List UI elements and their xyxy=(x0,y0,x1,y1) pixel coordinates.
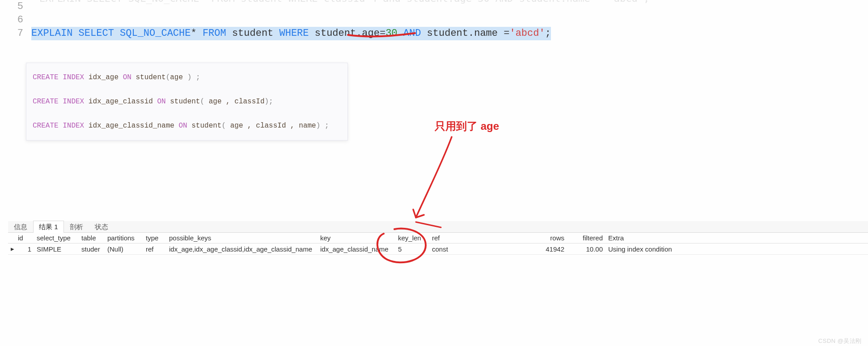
cell-extra: Using index condition xyxy=(605,243,868,255)
sql-token: student.name = xyxy=(421,28,509,39)
cell-select-type: SIMPLE xyxy=(34,243,79,255)
tab-profile[interactable]: 剖析 xyxy=(64,221,89,233)
cell-filtered: 10.00 xyxy=(567,243,605,255)
sql-token xyxy=(398,28,403,39)
code-line-5-partial: EXPLAIN SELECT SQL_NO_CACHE FROM student… xyxy=(39,0,649,4)
col-rows[interactable]: rows xyxy=(539,233,567,243)
row-marker-icon: ▸ xyxy=(8,243,15,255)
annotation-text: 只用到了 age xyxy=(435,119,499,133)
create-index-line-2: CREATE INDEX idx_age_classid ON student(… xyxy=(33,96,341,107)
result-tabs: 信息 结果 1 剖析 状态 xyxy=(8,221,868,233)
watermark: CSDN @吴法刚 xyxy=(818,337,862,345)
annotation-overlay xyxy=(0,0,868,346)
line-number: 5 xyxy=(13,0,31,13)
sql-token: ; xyxy=(545,28,551,39)
line-number: 6 xyxy=(13,13,31,27)
cell-key: idx_age_classid_name xyxy=(318,243,395,255)
cell-ref: const xyxy=(429,243,539,255)
sql-token: * xyxy=(191,28,202,39)
create-index-line-3: CREATE INDEX idx_age_classid_name ON stu… xyxy=(33,120,341,131)
tab-result-1[interactable]: 结果 1 xyxy=(33,221,64,233)
tab-status[interactable]: 状态 xyxy=(89,221,114,233)
col-select-type[interactable]: select_type xyxy=(34,233,79,243)
cell-id: 1 xyxy=(15,243,34,255)
col-partitions[interactable]: partitions xyxy=(105,233,143,243)
cell-partitions: (Null) xyxy=(105,243,143,255)
col-id[interactable]: id xyxy=(15,233,34,243)
line-number: 7 xyxy=(13,27,31,40)
sql-token: student.age= xyxy=(309,28,386,39)
cell-rows: 41942 xyxy=(539,243,567,255)
cell-possible-keys: idx_age,idx_age_classid,idx_age_classid_… xyxy=(166,243,318,255)
sql-keyword: FROM xyxy=(203,28,226,39)
col-table[interactable]: table xyxy=(79,233,105,243)
col-possible-keys[interactable]: possible_keys xyxy=(166,233,318,243)
col-key-len[interactable]: key_len xyxy=(395,233,429,243)
col-key[interactable]: key xyxy=(318,233,395,243)
sql-string: 'abcd' xyxy=(509,28,545,39)
sql-token: student xyxy=(226,28,279,39)
col-marker xyxy=(8,233,15,243)
col-ref[interactable]: ref xyxy=(429,233,539,243)
col-type[interactable]: type xyxy=(143,233,166,243)
create-index-line-1: CREATE INDEX idx_age ON student(age ) ; xyxy=(33,72,341,83)
tab-info[interactable]: 信息 xyxy=(8,221,33,233)
sql-keyword: EXPLAIN SELECT SQL_NO_CACHE xyxy=(31,28,191,39)
sql-keyword: AND xyxy=(403,28,421,39)
result-grid[interactable]: id select_type table partitions type pos… xyxy=(8,233,868,255)
col-extra[interactable]: Extra xyxy=(605,233,868,243)
cell-type: ref xyxy=(143,243,166,255)
code-line-6: 6 xyxy=(13,13,868,27)
sql-editor[interactable]: EXPLAIN SELECT SQL_NO_CACHE FROM student… xyxy=(0,0,868,40)
table-row[interactable]: ▸ 1 SIMPLE studer (Null) ref idx_age,idx… xyxy=(8,243,868,255)
cell-key-len: 5 xyxy=(395,243,429,255)
col-filtered[interactable]: filtered xyxy=(567,233,605,243)
code-snippet-box: CREATE INDEX idx_age ON student(age ) ; … xyxy=(26,63,348,141)
code-line-7[interactable]: 7 EXPLAIN SELECT SQL_NO_CACHE* FROM stud… xyxy=(13,27,868,40)
sql-keyword: WHERE xyxy=(279,28,309,39)
table-header-row: id select_type table partitions type pos… xyxy=(8,233,868,243)
sql-number: 30 xyxy=(385,28,397,39)
cell-table: studer xyxy=(79,243,105,255)
